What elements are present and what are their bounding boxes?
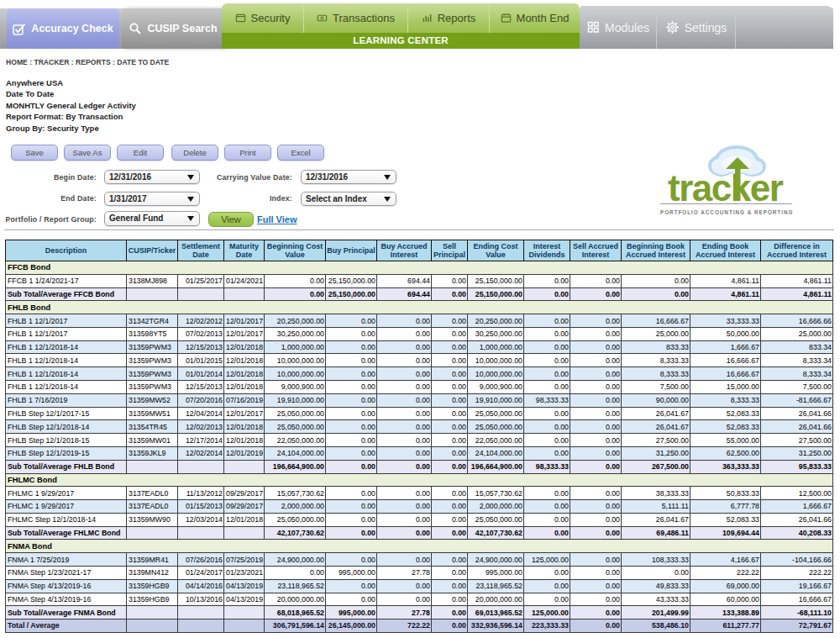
svg-text:PORTFOLIO ACCOUNTING & REPORTI: PORTFOLIO ACCOUNTING & REPORTING [660, 209, 793, 215]
svg-text:tracker: tracker [668, 167, 784, 208]
